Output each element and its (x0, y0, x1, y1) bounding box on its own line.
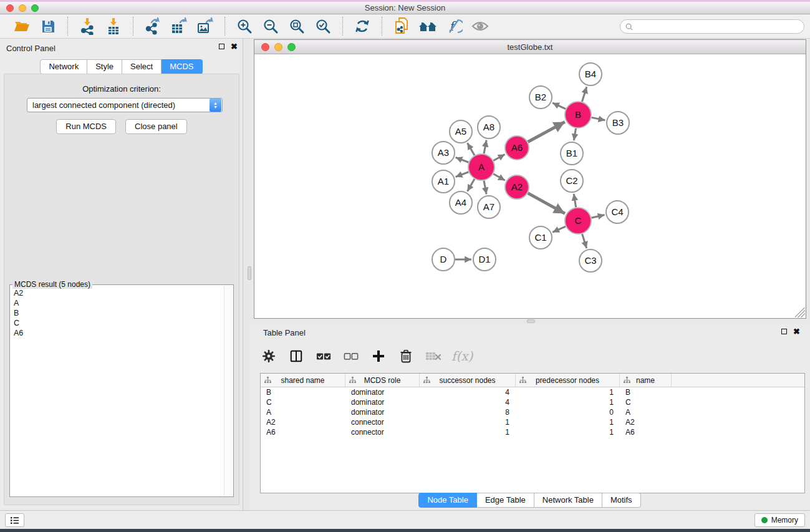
export-table-button[interactable] (166, 16, 192, 36)
node-D1[interactable]: D1 (473, 248, 496, 271)
node-C2[interactable]: C2 (561, 170, 583, 192)
export-network-button[interactable] (140, 16, 166, 36)
table-tab-node-table[interactable]: Node Table (418, 493, 477, 508)
table-row[interactable]: Adominator80A (261, 407, 804, 417)
node-A7[interactable]: A7 (478, 196, 500, 218)
memory-button[interactable]: Memory (755, 513, 805, 527)
mcds-result-item[interactable]: C (14, 318, 224, 328)
hide-graphics-details-button[interactable]: f (441, 16, 467, 36)
show-columns-button[interactable] (287, 346, 306, 366)
close-panel-icon[interactable]: ✖ (231, 44, 238, 49)
export-image-button[interactable] (192, 16, 218, 36)
network-window-titlebar[interactable]: testGlobe.txt (254, 40, 806, 54)
node-B3[interactable]: B3 (607, 112, 629, 134)
table-tab-motifs[interactable]: Motifs (602, 493, 641, 508)
edge-B-B1[interactable] (574, 128, 576, 141)
edge-A-A5[interactable] (468, 143, 475, 155)
edge-B-B3[interactable] (592, 117, 605, 120)
search-input[interactable] (636, 22, 804, 31)
edge-C-C4[interactable] (591, 215, 604, 218)
edge-A-A4[interactable] (468, 179, 475, 191)
edge-A-A8[interactable] (484, 140, 486, 154)
edge-A-A3[interactable] (456, 157, 469, 162)
horizontal-split-grip[interactable] (527, 319, 535, 323)
function-builder-button[interactable]: f(x) (451, 349, 473, 364)
save-session-button[interactable] (35, 16, 61, 36)
table-row[interactable]: Bdominator41B (261, 387, 804, 397)
session-titlebar[interactable]: Session: New Session (0, 2, 810, 14)
edge-B-B2[interactable] (552, 103, 566, 109)
mcds-result-scrollbar[interactable] (224, 286, 233, 496)
node-C[interactable]: C (565, 208, 591, 234)
edge-C-C3[interactable] (582, 234, 587, 248)
import-network-button[interactable] (74, 16, 100, 36)
import-table-button[interactable] (100, 16, 127, 36)
task-history-button[interactable] (5, 513, 24, 527)
node-table[interactable]: shared nameMCDS rolesuccessor nodesprede… (260, 373, 805, 493)
column-header-successor-nodes[interactable]: successor nodes (420, 374, 516, 387)
edge-A-A1[interactable] (456, 172, 469, 177)
column-header-predecessor-nodes[interactable]: predecessor nodes (516, 374, 620, 387)
node-C4[interactable]: C4 (606, 201, 629, 223)
node-B1[interactable]: B1 (561, 142, 583, 165)
table-tab-edge-table[interactable]: Edge Table (477, 493, 534, 508)
delete-row-button[interactable] (397, 346, 415, 366)
table-settings-button[interactable] (259, 346, 278, 366)
node-A4[interactable]: A4 (450, 191, 472, 214)
open-session-button[interactable] (9, 16, 35, 36)
control-tab-mcds[interactable]: MCDS (162, 59, 202, 74)
column-header-MCDS-role[interactable]: MCDS role (345, 374, 420, 387)
mcds-result-item[interactable]: B (14, 308, 224, 318)
search-field[interactable] (620, 19, 804, 34)
node-A[interactable]: A (468, 154, 494, 180)
node-D[interactable]: D (432, 248, 455, 271)
home-button[interactable] (415, 16, 441, 36)
node-A5[interactable]: A5 (450, 120, 472, 143)
control-tab-style[interactable]: Style (87, 59, 122, 74)
refresh-button[interactable] (349, 16, 375, 36)
float-table-panel-icon[interactable] (781, 329, 787, 334)
table-row[interactable]: A6connector11A6 (261, 427, 804, 437)
edge-A6-B[interactable] (528, 122, 565, 142)
node-B4[interactable]: B4 (579, 63, 602, 85)
table-row[interactable]: A2connector11A2 (261, 417, 804, 427)
edge-C-C2[interactable] (574, 194, 576, 208)
network-canvas[interactable]: B4B2BB3A8A5A6A3B1AC2A1A2A4A7C4CC1DD1C3 (254, 54, 806, 318)
network-graph[interactable]: B4B2BB3A8A5A6A3B1AC2A1A2A4A7C4CC1DD1C3 (254, 54, 806, 318)
node-A1[interactable]: A1 (432, 170, 455, 193)
node-C3[interactable]: C3 (579, 249, 602, 272)
unselect-all-button[interactable] (342, 346, 360, 366)
node-C1[interactable]: C1 (529, 226, 552, 249)
add-row-button[interactable] (369, 346, 388, 366)
edge-A-A6[interactable] (493, 155, 504, 161)
zoom-out-button[interactable] (258, 16, 284, 36)
node-A8[interactable]: A8 (478, 116, 500, 138)
mcds-result-item[interactable]: A6 (14, 328, 224, 338)
window-resize-grip[interactable] (795, 307, 805, 317)
float-panel-icon[interactable] (219, 44, 224, 49)
show-hide-panel-button[interactable] (467, 16, 493, 36)
run-mcds-button[interactable]: Run MCDS (56, 119, 116, 134)
mcds-result-list[interactable]: A2ABCA6 (11, 286, 224, 496)
vertical-split-grip[interactable] (248, 266, 251, 280)
optimization-criterion-select[interactable]: largest connected component (directed) ▲… (27, 98, 223, 112)
node-B[interactable]: B (565, 102, 591, 128)
clone-network-button[interactable] (388, 16, 415, 36)
close-panel-button[interactable]: Close panel (125, 119, 187, 134)
node-A3[interactable]: A3 (432, 142, 455, 164)
zoom-in-button[interactable] (231, 16, 258, 36)
column-header-shared-name[interactable]: shared name (261, 374, 345, 387)
close-table-panel-icon[interactable]: ✖ (793, 329, 800, 334)
edge-B-B4[interactable] (582, 87, 586, 102)
select-all-button[interactable] (314, 346, 333, 366)
edge-A-A7[interactable] (484, 181, 486, 195)
node-B2[interactable]: B2 (529, 86, 552, 109)
edge-A-A2[interactable] (493, 174, 505, 180)
table-row[interactable]: Cdominator41C (261, 397, 804, 407)
column-header-name[interactable]: name (620, 374, 672, 387)
zoom-selected-button[interactable] (310, 16, 336, 36)
node-A2[interactable]: A2 (505, 175, 529, 199)
edge-C-C1[interactable] (552, 226, 566, 232)
control-tab-select[interactable]: Select (122, 59, 162, 74)
delete-table-button[interactable] (424, 346, 443, 366)
